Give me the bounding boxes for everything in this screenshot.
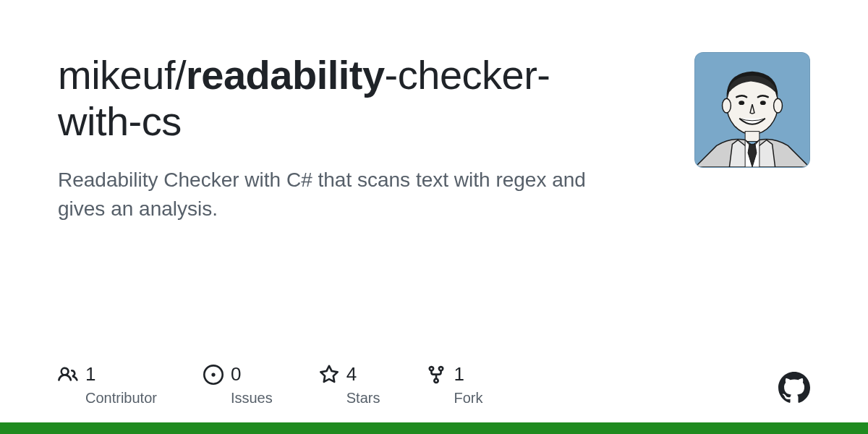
- stat-issues[interactable]: 0 Issues: [203, 363, 273, 407]
- svg-point-2: [723, 98, 731, 113]
- repo-name-bold-part: readability: [186, 52, 385, 98]
- stat-forks[interactable]: 1 Fork: [426, 363, 482, 407]
- language-bar: [0, 422, 868, 434]
- star-icon: [319, 365, 339, 385]
- github-logo-icon[interactable]: [778, 372, 810, 404]
- avatar[interactable]: [694, 52, 810, 168]
- forks-label: Fork: [454, 390, 482, 407]
- svg-point-4: [739, 101, 744, 105]
- stars-count: 4: [346, 363, 357, 386]
- issues-label: Issues: [231, 390, 273, 407]
- svg-rect-6: [745, 132, 760, 142]
- stat-contributors[interactable]: 1 Contributor: [58, 363, 157, 407]
- issues-count: 0: [231, 363, 241, 386]
- repo-title[interactable]: mikeuf/readability-checker-with-cs: [58, 52, 608, 145]
- stats-row: 1 Contributor 0 Issues 4 Stars 1 Fork: [58, 363, 482, 407]
- repo-owner: mikeuf: [58, 52, 175, 98]
- repo-separator: /: [175, 52, 186, 98]
- contributors-count: 1: [85, 363, 95, 386]
- forks-count: 1: [454, 363, 464, 386]
- people-icon: [58, 365, 78, 385]
- repo-description: Readability Checker with C# that scans t…: [58, 166, 608, 224]
- svg-point-5: [760, 101, 766, 105]
- stars-label: Stars: [346, 390, 380, 407]
- svg-point-3: [774, 98, 783, 113]
- stat-stars[interactable]: 4 Stars: [319, 363, 380, 407]
- issue-icon: [203, 365, 224, 385]
- contributors-label: Contributor: [85, 390, 157, 407]
- fork-icon: [426, 365, 446, 385]
